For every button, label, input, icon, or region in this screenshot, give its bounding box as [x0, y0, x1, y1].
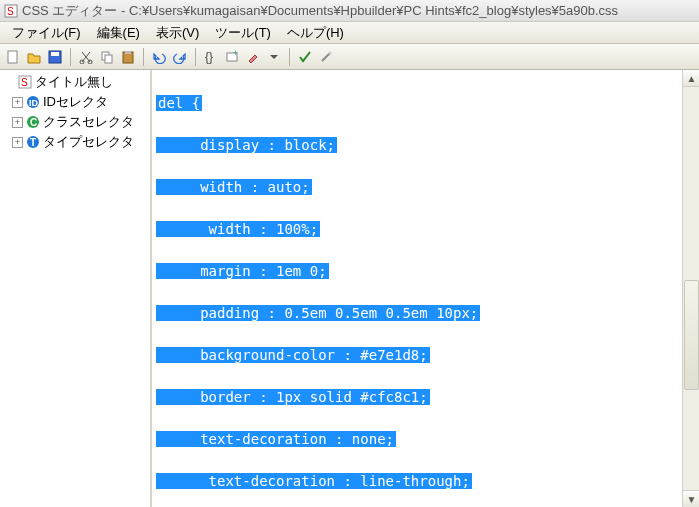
redo-icon[interactable]	[171, 48, 189, 66]
scroll-down-icon[interactable]: ▼	[683, 490, 699, 507]
toolbar-separator	[143, 48, 144, 66]
check-icon[interactable]	[296, 48, 314, 66]
tree-root[interactable]: S タイトル無し	[0, 72, 150, 92]
copy-icon[interactable]	[98, 48, 116, 66]
menu-bar: ファイル(F) 編集(E) 表示(V) ツール(T) ヘルプ(H)	[0, 22, 699, 44]
brace-icon[interactable]: {}	[202, 48, 220, 66]
svg-point-14	[329, 51, 332, 54]
tree-item-type[interactable]: + T タイプセレクタ	[0, 132, 150, 152]
menu-file[interactable]: ファイル(F)	[4, 22, 89, 44]
cut-icon[interactable]	[77, 48, 95, 66]
svg-rect-10	[125, 51, 131, 54]
toolbar-separator	[289, 48, 290, 66]
open-icon[interactable]	[25, 48, 43, 66]
expand-icon[interactable]: +	[12, 97, 23, 108]
editor-pane: del { display : block; width : auto; _wi…	[152, 70, 699, 507]
class-selector-icon: C	[26, 115, 40, 129]
scroll-thumb[interactable]	[684, 280, 699, 390]
tree-type-label: タイプセレクタ	[43, 133, 134, 151]
menu-edit[interactable]: 編集(E)	[89, 22, 148, 44]
brush-icon[interactable]	[244, 48, 262, 66]
tree-spacer	[4, 77, 15, 88]
svg-text:ID: ID	[29, 98, 39, 108]
code-line: border : 1px solid #cfc8c1;	[156, 389, 430, 405]
vertical-scrollbar[interactable]: ▲ ▼	[682, 70, 699, 507]
tree-item-id[interactable]: + ID IDセレクタ	[0, 92, 150, 112]
add-rule-icon[interactable]: +	[223, 48, 241, 66]
svg-text:T: T	[30, 137, 36, 148]
svg-text:S: S	[21, 77, 28, 88]
type-selector-icon: T	[26, 135, 40, 149]
window-title: CSS エディター - C:¥Users¥kumagaisan¥Document…	[22, 2, 618, 20]
svg-text:+: +	[233, 50, 238, 58]
code-line: _text-decoration : line-through;	[156, 473, 472, 489]
undo-icon[interactable]	[150, 48, 168, 66]
code-line: text-decoration : none;	[156, 431, 396, 447]
title-bar: S CSS エディター - C:¥Users¥kumagaisan¥Docume…	[0, 0, 699, 22]
toolbar: {} +	[0, 44, 699, 70]
style-root-icon: S	[18, 75, 32, 89]
new-file-icon[interactable]	[4, 48, 22, 66]
toolbar-separator	[195, 48, 196, 66]
code-line: padding : 0.5em 0.5em 0.5em 10px;	[156, 305, 480, 321]
scroll-up-icon[interactable]: ▲	[683, 70, 699, 87]
expand-icon[interactable]: +	[12, 137, 23, 148]
svg-rect-2	[8, 51, 17, 63]
id-selector-icon: ID	[26, 95, 40, 109]
code-line: del {	[156, 95, 202, 111]
svg-rect-4	[51, 52, 59, 56]
app-icon: S	[4, 4, 18, 18]
tree-item-class[interactable]: + C クラスセレクタ	[0, 112, 150, 132]
tree-root-label: タイトル無し	[35, 73, 113, 91]
save-icon[interactable]	[46, 48, 64, 66]
code-editor[interactable]: del { display : block; width : auto; _wi…	[152, 70, 699, 507]
code-line: display : block;	[156, 137, 337, 153]
code-line: _width : 100%;	[156, 221, 320, 237]
svg-text:S: S	[7, 6, 14, 17]
tree-class-label: クラスセレクタ	[43, 113, 134, 131]
tree-panel: S タイトル無し + ID IDセレクタ + C クラスセレクタ + T タイプ…	[0, 70, 152, 507]
expand-icon[interactable]: +	[12, 117, 23, 128]
svg-rect-8	[105, 55, 112, 63]
menu-tool[interactable]: ツール(T)	[207, 22, 279, 44]
svg-text:C: C	[30, 117, 37, 128]
code-line: width : auto;	[156, 179, 312, 195]
dropdown-arrow-icon[interactable]	[265, 48, 283, 66]
menu-help[interactable]: ヘルプ(H)	[279, 22, 352, 44]
paste-icon[interactable]	[119, 48, 137, 66]
code-line: margin : 1em 0;	[156, 263, 329, 279]
menu-view[interactable]: 表示(V)	[148, 22, 207, 44]
main-area: S タイトル無し + ID IDセレクタ + C クラスセレクタ + T タイプ…	[0, 70, 699, 507]
code-line: background-color : #e7e1d8;	[156, 347, 430, 363]
toolbar-separator	[70, 48, 71, 66]
tree-id-label: IDセレクタ	[43, 93, 108, 111]
wand-icon[interactable]	[317, 48, 335, 66]
svg-text:{}: {}	[205, 50, 213, 64]
